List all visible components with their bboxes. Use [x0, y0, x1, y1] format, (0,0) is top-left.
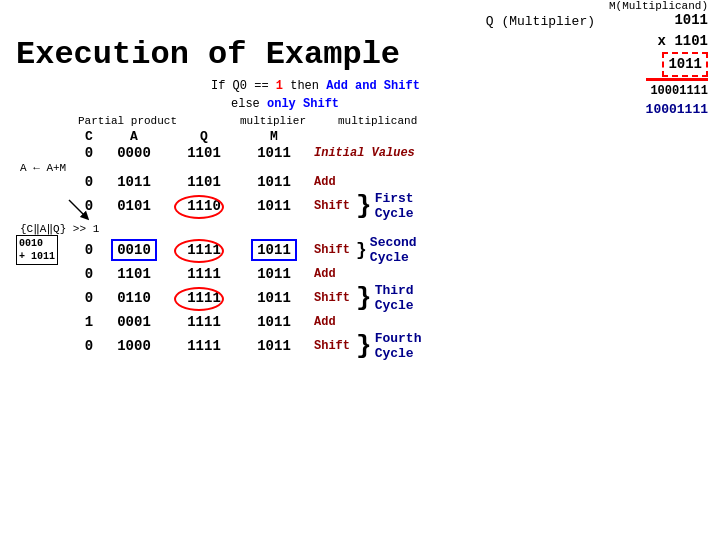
r5-op: Shift [314, 291, 350, 305]
r5-q: 1111 [178, 290, 230, 306]
left-annotation: 0010+ 1011 [16, 235, 78, 265]
r3-q: 1111 [178, 242, 230, 258]
r0-a: 0000 [108, 145, 160, 161]
r4-q: 1111 [178, 266, 230, 282]
r6-a: 0001 [108, 314, 160, 330]
row-2: 0 0101 1110 1011 Shift } FirstCycle [16, 191, 704, 221]
r7-c: 0 [78, 338, 100, 354]
r5-c: 0 [78, 290, 100, 306]
r7-cycle: FourthCycle [375, 331, 422, 361]
condition-if: If Q0 == [211, 79, 269, 93]
top-right-line1: 1011 [646, 10, 708, 31]
table-relative-wrapper: 0 0000 1101 1011 Initial Values A ← A+M … [16, 145, 704, 361]
r2-a: 0101 [108, 198, 160, 214]
header-m: M [248, 129, 300, 144]
r3-a: 0010 [108, 239, 160, 261]
header-multiplicand: multiplicand [338, 115, 417, 127]
r2-q: 1110 [178, 198, 230, 214]
r1-op: Add [314, 175, 336, 189]
r0-c: 0 [78, 145, 100, 161]
r2-cycle: FirstCycle [375, 191, 414, 221]
header-multiplier: multiplier [240, 115, 306, 127]
row-5: 0 0110 1111 1011 Shift } ThirdCycle [16, 283, 704, 313]
r6-m: 1011 [248, 314, 300, 330]
condition-highlight1: 1 [276, 79, 283, 93]
row-1: 0 1011 1101 1011 Add [16, 174, 704, 190]
r6-op: Add [314, 315, 336, 329]
condition-highlight2: Add and Shift [326, 79, 420, 93]
subheaders-row: C A Q M [78, 129, 704, 144]
r7-m: 1011 [248, 338, 300, 354]
r1-a: 1011 [108, 174, 160, 190]
r2-q-circle [174, 195, 224, 219]
r2-op: Shift [314, 199, 350, 213]
r1-q: 1101 [178, 174, 230, 190]
r1-c: 0 [78, 174, 100, 190]
r0-q: 1101 [178, 145, 230, 161]
r6-c: 1 [78, 314, 100, 330]
header-partial: Partial product [78, 115, 188, 127]
top-right-block: 1011 x 1101 1011 10001111 10001111 [646, 10, 708, 120]
r7-q: 1111 [178, 338, 230, 354]
arrow-svg [64, 195, 94, 225]
top-right-line3-box: 1011 [662, 52, 708, 77]
a-arrow-row: A ← A+M [20, 162, 704, 174]
top-right-line2: x 1101 [646, 31, 708, 52]
page-title: Execution of Example [16, 36, 704, 73]
r5-brace: } [356, 289, 372, 307]
r4-op: Add [314, 267, 336, 281]
r3-q-circle [174, 239, 224, 263]
r2-m: 1011 [248, 198, 300, 214]
r1-m: 1011 [248, 174, 300, 190]
r5-m: 1011 [248, 290, 300, 306]
r3-cycle: SecondCycle [370, 235, 417, 265]
r0-label: Initial Values [314, 146, 415, 160]
r7-op: Shift [314, 339, 350, 353]
r3-op: Shift [314, 243, 350, 257]
r7-a: 1000 [108, 338, 160, 354]
row-7: 0 1000 1111 1011 Shift } FourthCycle [16, 331, 704, 361]
r4-m: 1011 [248, 266, 300, 282]
row-6: 1 0001 1111 1011 Add [16, 314, 704, 330]
r3-brace: } [356, 241, 367, 259]
r3-m: 1011 [248, 239, 300, 261]
top-right-line4: 10001111 [646, 82, 708, 100]
condition-then: then [290, 79, 326, 93]
header-a: A [108, 129, 160, 144]
condition-else: else [231, 97, 267, 111]
row-initial: 0 0000 1101 1011 Initial Values [16, 145, 704, 161]
top-right-line5: 10001111 [646, 100, 708, 120]
r6-q: 1111 [178, 314, 230, 330]
row-3: 0010+ 1011 0 0010 1111 1011 Shift } Seco… [16, 235, 704, 265]
r4-a: 1101 [108, 266, 160, 282]
r5-q-circle [174, 287, 224, 311]
header-q: Q [178, 129, 230, 144]
top-right-separator [646, 78, 708, 81]
condition-highlight3: only Shift [267, 97, 339, 111]
main-container: M(Multiplicand) 1011 x 1101 1011 1000111… [0, 0, 720, 540]
r4-c: 0 [78, 266, 100, 282]
header-c: C [78, 129, 100, 144]
q-multiplier-label: Q (Multiplier) [486, 14, 595, 29]
r3-c: 0 [78, 242, 100, 258]
headers-row: Partial product multiplier multiplicand [78, 115, 704, 127]
r7-brace: } [356, 337, 372, 355]
top-right-line3: 1011 [668, 56, 702, 72]
condition-text: If Q0 == 1 then Add and Shift else only … [211, 77, 704, 113]
r5-cycle: ThirdCycle [375, 283, 414, 313]
r0-m: 1011 [248, 145, 300, 161]
svg-line-0 [69, 200, 86, 217]
caq-label: {C‖A‖Q} >> 1 [20, 222, 704, 235]
r5-a: 0110 [108, 290, 160, 306]
row-4: 0 1101 1111 1011 Add [16, 266, 704, 282]
r2-brace: } [356, 197, 372, 215]
